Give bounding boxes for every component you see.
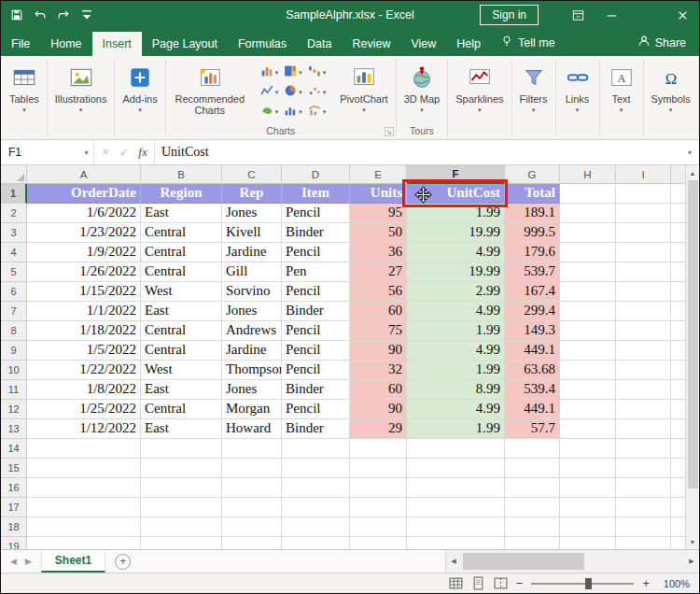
pie-chart-button[interactable]: ▾ <box>284 84 302 101</box>
cell-B17[interactable] <box>141 498 222 517</box>
cell-D15[interactable] <box>282 459 350 478</box>
cell-H11[interactable] <box>560 380 616 400</box>
cell-C1[interactable]: Rep <box>222 184 282 204</box>
cell-I15[interactable] <box>616 459 671 478</box>
cell-D7[interactable]: Binder <box>282 302 350 321</box>
pivotchart-button[interactable]: PivotChart▾ <box>333 57 394 125</box>
cell-H7[interactable] <box>560 302 616 321</box>
cell-C5[interactable]: Gill <box>222 262 282 282</box>
cell-A1[interactable]: OrderDate <box>27 184 141 204</box>
illustrations-button[interactable]: Illustrations▾ <box>49 57 114 139</box>
cell-D5[interactable]: Pen <box>282 262 350 282</box>
links-button[interactable]: Links▾ <box>557 57 598 139</box>
cell-C19[interactable] <box>222 537 282 549</box>
cell-F13[interactable]: 1.99 <box>407 419 505 439</box>
cell-D13[interactable]: Binder <box>282 419 350 439</box>
column-header-G[interactable]: G <box>505 165 560 184</box>
cell-B4[interactable]: Central <box>141 243 222 262</box>
cell-H16[interactable] <box>560 478 616 498</box>
row-header-17[interactable]: 17 <box>1 498 27 517</box>
cell-F9[interactable]: 4.99 <box>407 341 505 361</box>
row-header-3[interactable]: 3 <box>1 223 27 243</box>
cell-H19[interactable] <box>560 537 616 549</box>
cell-G17[interactable] <box>505 498 560 517</box>
cell-H9[interactable] <box>560 341 616 361</box>
redo-icon[interactable] <box>57 8 70 21</box>
vertical-scroll-thumb[interactable] <box>688 180 698 488</box>
cell-G13[interactable]: 57.7 <box>505 419 560 439</box>
page-layout-view-icon[interactable] <box>471 576 485 590</box>
customize-quick-access-icon[interactable] <box>80 8 93 21</box>
cell-E9[interactable]: 90 <box>350 341 407 361</box>
cell-D18[interactable] <box>282 517 350 537</box>
cell-D9[interactable]: Pencil <box>282 341 350 361</box>
cell-I18[interactable] <box>616 517 671 537</box>
cell-H18[interactable] <box>560 517 616 537</box>
cell-F10[interactable]: 1.99 <box>407 361 505 380</box>
cell-D8[interactable]: Pencil <box>282 321 350 341</box>
cell-E17[interactable] <box>350 498 407 517</box>
row-header-15[interactable]: 15 <box>1 459 27 478</box>
cell-G14[interactable] <box>505 439 560 459</box>
cell-E5[interactable]: 27 <box>350 262 407 282</box>
cell-C9[interactable]: Jardine <box>222 341 282 361</box>
name-box-caret-icon[interactable]: ▾ <box>79 140 94 164</box>
cell-G7[interactable]: 299.4 <box>505 302 560 321</box>
cell-I1[interactable] <box>616 184 671 204</box>
cell-I6[interactable] <box>616 282 671 302</box>
row-header-11[interactable]: 11 <box>1 380 27 400</box>
cell-B8[interactable]: Central <box>141 321 222 341</box>
row-header-2[interactable]: 2 <box>1 204 27 223</box>
cell-G2[interactable]: 189.1 <box>505 204 560 223</box>
row-header-12[interactable]: 12 <box>1 400 27 419</box>
cell-A9[interactable]: 1/5/2022 <box>27 341 141 361</box>
row-header-9[interactable]: 9 <box>1 341 27 361</box>
line-chart-button[interactable]: ▾ <box>260 84 279 101</box>
filters-button[interactable]: Filters▾ <box>513 57 554 139</box>
cell-A19[interactable] <box>27 537 141 549</box>
close-button[interactable] <box>665 1 699 29</box>
cell-D11[interactable]: Binder <box>282 380 350 400</box>
hierarchy-chart-button[interactable]: ▾ <box>284 64 302 81</box>
cell-F4[interactable]: 4.99 <box>407 243 505 262</box>
tab-help[interactable]: Help <box>446 32 491 56</box>
cell-H5[interactable] <box>560 262 616 282</box>
tab-review[interactable]: Review <box>342 32 400 56</box>
insert-function-icon[interactable]: fx <box>133 145 152 160</box>
cell-E16[interactable] <box>350 478 407 498</box>
cell-C2[interactable]: Jones <box>222 204 282 223</box>
column-header-A[interactable]: A <box>27 165 141 184</box>
sign-in-button[interactable]: Sign in <box>480 5 539 25</box>
vertical-scrollbar[interactable]: ▲ ▼ <box>685 165 699 549</box>
cell-H15[interactable] <box>560 459 616 478</box>
horizontal-scrollbar[interactable]: ◀ ▶ <box>445 550 699 573</box>
tab-page-layout[interactable]: Page Layout <box>142 32 228 56</box>
cell-G19[interactable] <box>505 537 560 549</box>
cell-E8[interactable]: 75 <box>350 321 407 341</box>
scatter-chart-button[interactable]: ▾ <box>308 84 327 101</box>
cell-D14[interactable] <box>282 439 350 459</box>
tab-data[interactable]: Data <box>297 32 342 56</box>
row-header-13[interactable]: 13 <box>1 419 27 439</box>
ribbon-display-options-icon[interactable] <box>561 1 595 29</box>
statistic-chart-button[interactable]: ▾ <box>284 104 302 120</box>
cell-I16[interactable] <box>616 478 671 498</box>
cell-A18[interactable] <box>27 517 141 537</box>
waterfall-chart-button[interactable]: ▾ <box>308 64 327 81</box>
cell-D6[interactable]: Pencil <box>282 282 350 302</box>
cell-G6[interactable]: 167.4 <box>505 282 560 302</box>
cell-B2[interactable]: East <box>141 204 222 223</box>
cell-F19[interactable] <box>407 537 505 549</box>
cancel-icon[interactable]: × <box>96 146 115 159</box>
scroll-left-icon[interactable]: ◀ <box>446 558 461 565</box>
cell-I8[interactable] <box>616 321 671 341</box>
undo-icon[interactable] <box>34 8 47 21</box>
cell-D10[interactable]: Pencil <box>282 361 350 380</box>
cell-C4[interactable]: Jardine <box>222 243 282 262</box>
cell-B18[interactable] <box>141 517 222 537</box>
cell-F17[interactable] <box>407 498 505 517</box>
cell-I10[interactable] <box>616 361 671 380</box>
cell-I5[interactable] <box>616 262 671 282</box>
tables-button[interactable]: Tables▾ <box>3 57 46 139</box>
cell-G8[interactable]: 149.3 <box>505 321 560 341</box>
